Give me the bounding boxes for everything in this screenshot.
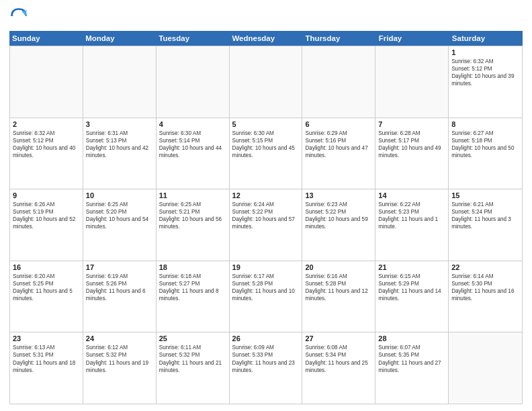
day-number: 23 [13, 334, 80, 342]
calendar-cell: 19Sunrise: 6:17 AM Sunset: 5:28 PM Dayli… [230, 261, 303, 332]
day-number: 13 [305, 191, 372, 199]
logo [9, 9, 30, 26]
calendar-cell: 11Sunrise: 6:25 AM Sunset: 5:21 PM Dayli… [157, 189, 230, 261]
calendar-cell: 13Sunrise: 6:23 AM Sunset: 5:22 PM Dayli… [302, 189, 375, 261]
calendar-cell: 2Sunrise: 6:32 AM Sunset: 5:12 PM Daylig… [10, 118, 83, 189]
day-info: Sunrise: 6:24 AM Sunset: 5:22 PM Dayligh… [232, 201, 295, 230]
calendar-grid: 1Sunrise: 6:32 AM Sunset: 5:12 PM Daylig… [9, 46, 523, 404]
day-info: Sunrise: 6:13 AM Sunset: 5:31 PM Dayligh… [13, 345, 75, 373]
day-number: 12 [232, 191, 300, 199]
calendar-cell [302, 46, 375, 118]
calendar-cell [449, 332, 522, 404]
day-info: Sunrise: 6:17 AM Sunset: 5:28 PM Dayligh… [232, 273, 295, 302]
calendar-cell: 25Sunrise: 6:11 AM Sunset: 5:32 PM Dayli… [157, 332, 230, 404]
calendar: SundayMondayTuesdayWednesdayThursdayFrid… [9, 31, 523, 404]
day-number: 16 [13, 263, 80, 271]
calendar-cell [157, 46, 230, 118]
day-info: Sunrise: 6:32 AM Sunset: 5:12 PM Dayligh… [451, 58, 514, 87]
calendar-cell: 18Sunrise: 6:18 AM Sunset: 5:27 PM Dayli… [157, 261, 230, 332]
header-cell-friday: Friday [376, 31, 449, 46]
day-number: 10 [86, 191, 153, 199]
calendar-cell [230, 46, 303, 118]
calendar-cell [10, 46, 83, 118]
day-number: 18 [159, 263, 226, 271]
calendar-cell: 24Sunrise: 6:12 AM Sunset: 5:32 PM Dayli… [83, 332, 157, 404]
day-number: 19 [232, 263, 300, 271]
day-number: 27 [305, 334, 372, 342]
day-info: Sunrise: 6:07 AM Sunset: 5:35 PM Dayligh… [378, 345, 441, 373]
day-info: Sunrise: 6:21 AM Sunset: 5:24 PM Dayligh… [451, 201, 511, 230]
calendar-cell: 26Sunrise: 6:09 AM Sunset: 5:33 PM Dayli… [230, 332, 303, 404]
page-header [9, 7, 523, 26]
header-cell-monday: Monday [83, 31, 156, 46]
calendar-cell: 28Sunrise: 6:07 AM Sunset: 5:35 PM Dayli… [375, 332, 449, 404]
day-number: 22 [451, 263, 519, 271]
day-info: Sunrise: 6:22 AM Sunset: 5:23 PM Dayligh… [378, 201, 438, 230]
calendar-row-4: 16Sunrise: 6:20 AM Sunset: 5:25 PM Dayli… [10, 261, 522, 333]
day-number: 6 [305, 120, 372, 128]
header-cell-saturday: Saturday [449, 31, 523, 46]
calendar-cell: 16Sunrise: 6:20 AM Sunset: 5:25 PM Dayli… [10, 261, 83, 332]
day-info: Sunrise: 6:12 AM Sunset: 5:32 PM Dayligh… [86, 345, 148, 373]
calendar-cell: 9Sunrise: 6:26 AM Sunset: 5:19 PM Daylig… [10, 189, 83, 261]
day-info: Sunrise: 6:32 AM Sunset: 5:12 PM Dayligh… [13, 130, 75, 158]
day-info: Sunrise: 6:28 AM Sunset: 5:17 PM Dayligh… [378, 130, 441, 158]
calendar-cell: 3Sunrise: 6:31 AM Sunset: 5:13 PM Daylig… [83, 118, 157, 189]
day-number: 14 [378, 191, 445, 199]
calendar-cell: 17Sunrise: 6:19 AM Sunset: 5:26 PM Dayli… [83, 261, 157, 332]
day-number: 28 [378, 334, 445, 342]
day-info: Sunrise: 6:26 AM Sunset: 5:19 PM Dayligh… [13, 201, 75, 230]
day-info: Sunrise: 6:31 AM Sunset: 5:13 PM Dayligh… [86, 130, 148, 158]
day-info: Sunrise: 6:11 AM Sunset: 5:32 PM Dayligh… [159, 345, 222, 373]
calendar-header: SundayMondayTuesdayWednesdayThursdayFrid… [9, 31, 523, 46]
calendar-cell: 5Sunrise: 6:30 AM Sunset: 5:15 PM Daylig… [230, 118, 303, 189]
day-number: 9 [13, 191, 80, 199]
day-info: Sunrise: 6:29 AM Sunset: 5:16 PM Dayligh… [305, 130, 367, 158]
day-number: 25 [159, 334, 226, 342]
calendar-cell [375, 46, 449, 118]
day-info: Sunrise: 6:19 AM Sunset: 5:26 PM Dayligh… [86, 273, 146, 302]
header-cell-sunday: Sunday [9, 31, 83, 46]
page-container: SundayMondayTuesdayWednesdayThursdayFrid… [0, 0, 532, 411]
calendar-cell: 7Sunrise: 6:28 AM Sunset: 5:17 PM Daylig… [375, 118, 449, 189]
day-info: Sunrise: 6:27 AM Sunset: 5:18 PM Dayligh… [451, 130, 514, 158]
day-number: 15 [451, 191, 519, 199]
day-info: Sunrise: 6:30 AM Sunset: 5:14 PM Dayligh… [159, 130, 222, 158]
calendar-cell [83, 46, 157, 118]
calendar-cell: 14Sunrise: 6:22 AM Sunset: 5:23 PM Dayli… [375, 189, 449, 261]
logo-icon [9, 7, 28, 26]
calendar-row-2: 2Sunrise: 6:32 AM Sunset: 5:12 PM Daylig… [10, 118, 522, 190]
calendar-row-3: 9Sunrise: 6:26 AM Sunset: 5:19 PM Daylig… [10, 189, 522, 261]
day-number: 21 [378, 263, 445, 271]
calendar-row-5: 23Sunrise: 6:13 AM Sunset: 5:31 PM Dayli… [10, 332, 522, 404]
day-number: 11 [159, 191, 226, 199]
day-number: 20 [305, 263, 372, 271]
day-info: Sunrise: 6:09 AM Sunset: 5:33 PM Dayligh… [232, 345, 295, 373]
day-info: Sunrise: 6:14 AM Sunset: 5:30 PM Dayligh… [451, 273, 514, 302]
day-number: 17 [86, 263, 153, 271]
calendar-cell: 27Sunrise: 6:08 AM Sunset: 5:34 PM Dayli… [302, 332, 375, 404]
day-number: 5 [232, 120, 300, 128]
day-info: Sunrise: 6:08 AM Sunset: 5:34 PM Dayligh… [305, 345, 367, 373]
header-cell-wednesday: Wednesday [229, 31, 302, 46]
day-number: 4 [159, 120, 226, 128]
day-number: 7 [378, 120, 445, 128]
day-number: 8 [451, 120, 519, 128]
day-info: Sunrise: 6:25 AM Sunset: 5:20 PM Dayligh… [86, 201, 148, 230]
day-number: 3 [86, 120, 153, 128]
day-info: Sunrise: 6:20 AM Sunset: 5:25 PM Dayligh… [13, 273, 73, 302]
calendar-cell: 12Sunrise: 6:24 AM Sunset: 5:22 PM Dayli… [230, 189, 303, 261]
calendar-cell: 4Sunrise: 6:30 AM Sunset: 5:14 PM Daylig… [157, 118, 230, 189]
calendar-cell: 21Sunrise: 6:15 AM Sunset: 5:29 PM Dayli… [375, 261, 449, 332]
day-info: Sunrise: 6:16 AM Sunset: 5:28 PM Dayligh… [305, 273, 367, 302]
calendar-cell: 8Sunrise: 6:27 AM Sunset: 5:18 PM Daylig… [449, 118, 522, 189]
calendar-cell: 23Sunrise: 6:13 AM Sunset: 5:31 PM Dayli… [10, 332, 83, 404]
day-info: Sunrise: 6:30 AM Sunset: 5:15 PM Dayligh… [232, 130, 295, 158]
calendar-row-1: 1Sunrise: 6:32 AM Sunset: 5:12 PM Daylig… [10, 46, 522, 118]
header-cell-tuesday: Tuesday [156, 31, 229, 46]
day-number: 1 [451, 48, 519, 56]
day-info: Sunrise: 6:18 AM Sunset: 5:27 PM Dayligh… [159, 273, 219, 302]
day-info: Sunrise: 6:25 AM Sunset: 5:21 PM Dayligh… [159, 201, 222, 230]
day-number: 26 [232, 334, 300, 342]
calendar-cell: 6Sunrise: 6:29 AM Sunset: 5:16 PM Daylig… [302, 118, 375, 189]
